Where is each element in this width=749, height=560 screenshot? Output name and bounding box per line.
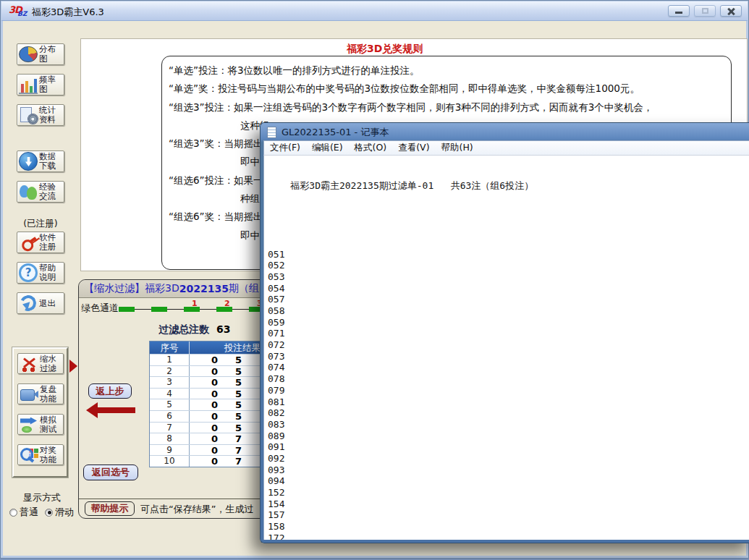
magnifier-icon — [20, 446, 38, 464]
display-mode-option[interactable]: 滑动 — [45, 506, 74, 519]
sidebar-button[interactable]: 对奖 功能 — [17, 444, 64, 465]
sidebar-button[interactable]: 软件 注册 — [17, 232, 64, 253]
result-digit-2: 5 — [235, 411, 242, 422]
maximize-button[interactable] — [694, 5, 716, 17]
results-table: 序号 投注结果 1 0 5 — [149, 341, 265, 467]
table-row[interactable]: 5 0 5 — [150, 399, 264, 410]
sidebar-button[interactable]: 模拟 测试 — [17, 414, 64, 435]
sidebar-button[interactable]: 缩水 过滤 — [17, 353, 64, 374]
sidebar-button[interactable]: 数据 下载 — [17, 150, 64, 172]
result-digit-1: 0 — [211, 377, 218, 388]
label-line2: 功能 — [40, 394, 56, 404]
seq-cell: 3 — [150, 377, 190, 388]
notepad-inner: GL2022135-01 - 记事本 文件(F)编辑(E)格式(O)查看(V)帮… — [263, 124, 749, 540]
key-icon — [15, 229, 41, 255]
table-row[interactable]: 8 0 7 — [150, 433, 264, 444]
notepad-number-line: 083 — [268, 419, 749, 430]
menu-item[interactable]: 格式(O) — [349, 142, 393, 154]
logo-bz-text: BZ — [17, 10, 27, 17]
minimize-icon — [675, 12, 682, 14]
screen: 3D BZ 福彩3D霸主V6.3 分布 图 — [0, 0, 749, 560]
sidebar-button[interactable]: 帮助 说明 — [17, 262, 64, 284]
return-select-button[interactable]: 返回选号 — [83, 464, 138, 480]
result-digit-2: 5 — [235, 399, 242, 410]
notepad-header-line: 福彩3D霸主2022135期过滤单-01 共63注（组6投注） — [268, 180, 749, 192]
button-label: 频率 图 — [39, 75, 56, 94]
filter-total-value: 63 — [216, 323, 230, 335]
sidebar-button[interactable]: 退出 — [17, 292, 64, 314]
label-line2: 交流 — [39, 192, 56, 201]
result-digit-1: 0 — [211, 445, 218, 456]
main-window: 3D BZ 福彩3D霸主V6.3 分布 图 — [0, 0, 749, 559]
label-line1: 复盘 — [40, 385, 56, 394]
table-row[interactable]: 1 0 5 — [150, 354, 264, 365]
back-step-button[interactable]: 返上步 — [88, 383, 132, 399]
notepad-number-line: 093 — [268, 464, 749, 476]
sidebar-button[interactable]: 分布 图 — [17, 43, 64, 65]
radio-icon[interactable] — [45, 509, 53, 517]
menu-item[interactable]: 文件(F) — [264, 142, 306, 154]
notepad-number-line: 072 — [268, 339, 749, 351]
seq-cell: 2 — [150, 366, 190, 377]
table-row[interactable]: 7 0 5 — [150, 422, 264, 433]
notepad-number-line: 152 — [268, 487, 749, 499]
table-row[interactable]: 2 0 5 — [150, 365, 264, 377]
notepad-number-line: 089 — [268, 430, 749, 442]
menu-item[interactable]: 编辑(E) — [306, 142, 349, 154]
slider-mark: 2 — [224, 299, 230, 308]
notepad-number-line: 053 — [268, 271, 749, 283]
seq-cell: 7 — [150, 423, 190, 433]
result-cell: 0 5 — [190, 411, 264, 422]
menu-item[interactable]: 查看(V) — [392, 142, 435, 154]
help-tip-button[interactable]: 帮助提示 — [85, 501, 135, 516]
label-line2: 资料 — [39, 115, 56, 124]
table-row[interactable]: 6 0 5 — [150, 410, 264, 422]
notepad-titlebar[interactable]: GL2022135-01 - 记事本 — [263, 124, 749, 140]
sidebar-button[interactable]: 统计 资料 — [17, 104, 64, 126]
display-mode-option[interactable]: 普通 — [9, 506, 38, 519]
notepad-title: GL2022135-01 - 记事本 — [282, 126, 389, 139]
sidebar-button[interactable]: 频率 图 — [17, 74, 64, 96]
table-row[interactable]: 4 0 5 — [150, 388, 264, 399]
label-line1: 模拟 — [40, 415, 56, 425]
sidebar-data-group: 数据 下载 经验 交流 — [17, 150, 64, 211]
notepad-number-line: 158 — [268, 521, 749, 533]
seq-cell: 8 — [150, 433, 190, 444]
rule-line: “单选”投注：将3位数以唯一的排列方式进行的单注投注。 — [169, 64, 731, 82]
notepad-number-line: 157 — [268, 509, 749, 521]
notepad-number-line: 081 — [268, 396, 749, 408]
result-cell: 0 5 — [190, 355, 264, 365]
label-line2: 说明 — [39, 273, 56, 282]
result-digit-1: 0 — [211, 456, 218, 467]
result-digit-1: 0 — [211, 399, 218, 410]
radio-icon[interactable] — [9, 509, 17, 517]
close-button[interactable] — [720, 5, 742, 17]
result-digit-1: 0 — [211, 355, 218, 365]
menu-item[interactable]: 帮助(H) — [436, 142, 479, 154]
download-icon — [19, 152, 38, 171]
active-tool-marker-icon — [69, 360, 77, 373]
button-label: 模拟 测试 — [40, 415, 56, 434]
label-line2: 功能 — [40, 455, 56, 464]
minimize-button[interactable] — [668, 5, 690, 17]
seq-cell: 1 — [150, 355, 190, 365]
table-row[interactable]: 3 0 5 — [150, 376, 264, 388]
notepad-number-line: 073 — [268, 351, 749, 362]
notepad-window[interactable]: GL2022135-01 - 记事本 文件(F)编辑(E)格式(O)查看(V)帮… — [260, 122, 749, 543]
sidebar-button[interactable]: 经验 交流 — [17, 181, 64, 203]
notepad-number-line: 094 — [268, 475, 749, 487]
result-digit-1: 0 — [211, 389, 218, 399]
main-titlebar[interactable]: 3D BZ 福彩3D霸主V6.3 — [1, 1, 748, 21]
button-label: 分布 图 — [39, 45, 56, 64]
filter-total: 过滤总注数63 — [158, 323, 230, 336]
notepad-number-line: 057 — [268, 294, 749, 305]
table-row[interactable]: 9 0 7 — [150, 444, 264, 456]
maximize-icon — [702, 8, 708, 14]
sidebar-tools-panel: 缩水 过滤 复盘 功能 模拟 测试 — [12, 347, 68, 478]
notepad-text-area[interactable]: 福彩3D霸主2022135期过滤单-01 共63注（组6投注） 05105205… — [263, 156, 749, 540]
app-logo-icon: 3D BZ — [9, 4, 29, 18]
sidebar-button[interactable]: 复盘 功能 — [17, 383, 64, 404]
table-row[interactable]: 10 0 7 — [150, 455, 264, 467]
result-digit-1: 0 — [211, 423, 218, 433]
notepad-number-line: 079 — [268, 385, 749, 396]
